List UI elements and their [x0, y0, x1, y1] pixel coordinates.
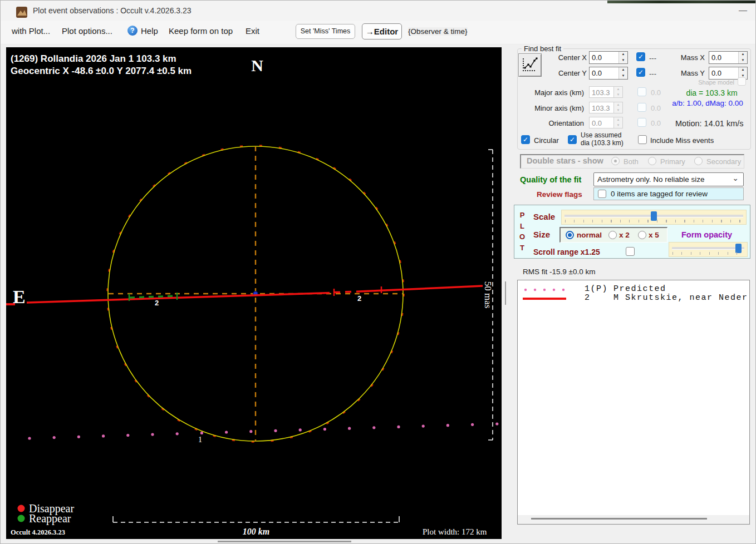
editor-button[interactable]: →Editor	[362, 23, 402, 39]
spin-down-icon[interactable]: ▼	[619, 58, 627, 64]
double-stars-both-label: Both	[624, 157, 639, 166]
include-miss-label: Include Miss events	[650, 136, 714, 145]
shape-model-label: Shape model	[685, 79, 734, 86]
double-stars-secondary-radio	[694, 157, 703, 165]
version-label: Occult 4.2026.3.23	[11, 528, 65, 536]
observer-list[interactable]: 1(P) Predicted 2 M Skrutskie, near Neder	[517, 280, 750, 525]
horizontal-scale-bar	[113, 516, 399, 522]
center-y-fit-checkbox[interactable]: ✓	[636, 68, 645, 77]
plot-header-2: Geocentric X -48.6 ±0.0 Y 2077.4 ±0.5 km	[11, 66, 192, 76]
find-best-fit-label: Find best fit	[522, 44, 563, 53]
menu-help[interactable]: Help	[141, 26, 158, 36]
scroll-range-label: Scroll range x1.25	[533, 248, 600, 256]
app-window: Plot event observations : Occult v.4.202…	[0, 0, 756, 544]
circular-checkbox[interactable]: ✓	[521, 135, 530, 144]
motion-text: Motion: 14.01 km/s	[675, 119, 744, 128]
form-opacity-slider[interactable]	[669, 242, 748, 257]
center-x-value[interactable]: 0.0	[590, 52, 618, 63]
observer-row-name[interactable]: M Skrutskie, near Neder	[613, 293, 748, 303]
check-icon: ✓	[570, 136, 575, 144]
reappear-dot	[18, 515, 25, 522]
mass-x-spinner[interactable]: 0.0 ▲▼	[709, 51, 748, 64]
vertical-scale-label: 50 mas	[483, 281, 493, 309]
app-icon	[16, 7, 27, 18]
spin-down-icon[interactable]: ▼	[739, 58, 747, 64]
spin-up-icon[interactable]: ▲	[739, 52, 747, 58]
double-stars-label: Double stars - show	[527, 156, 603, 165]
spin-up-icon[interactable]: ▲	[619, 52, 627, 58]
spin-down-icon: ▼	[614, 123, 622, 128]
north-label: N	[251, 56, 263, 75]
mass-x-value[interactable]: 0.0	[709, 52, 738, 63]
observed-line-sample	[522, 295, 567, 303]
chord-observer-2	[6, 286, 483, 304]
circular-label: Circular	[534, 136, 559, 145]
spin-down-icon: ▼	[614, 108, 622, 113]
spin-up-icon: ▲	[614, 117, 622, 123]
center-y-value[interactable]: 0.0	[590, 67, 618, 79]
scroll-range-checkbox[interactable]	[626, 247, 635, 256]
rms-label: RMS fit -15.9 ±0.0 km	[523, 268, 595, 276]
use-assumed-dia-checkbox[interactable]: ✓	[568, 135, 577, 144]
observer-row-num[interactable]: 2	[585, 293, 591, 303]
disappear-dot	[18, 505, 25, 512]
menu-keep-on-top[interactable]: Keep form on top	[169, 26, 233, 36]
minor-axis-uncert: 0.0	[651, 104, 661, 112]
plot-vertical-scrollbar[interactable]	[505, 281, 506, 305]
plot-header-1: (1269) Rollandia 2026 Jan 1 103.3 km	[11, 53, 176, 64]
observer-row-name[interactable]: Predicted	[613, 284, 666, 294]
review-flags-checkbox[interactable]	[598, 190, 606, 198]
predicted-path-dots	[28, 422, 498, 439]
size-normal-radio[interactable]	[566, 231, 574, 239]
set-miss-times-button[interactable]: Set 'Miss' Times	[296, 24, 355, 39]
menu-exit[interactable]: Exit	[246, 26, 259, 36]
center-x-label: Center X	[535, 53, 587, 62]
background-window-strip	[607, 1, 756, 3]
center-y-uncert: ---	[649, 70, 656, 78]
center-y-spinner[interactable]: 0.0 ▲▼	[589, 67, 628, 80]
size-x5-radio[interactable]	[638, 231, 646, 239]
disappear-uncertainty	[334, 291, 359, 293]
spin-up-icon[interactable]: ▲	[619, 67, 627, 73]
menu-plot-options[interactable]: Plot options...	[62, 26, 112, 36]
minimize-button[interactable]: —	[739, 5, 747, 14]
menu-with-plot[interactable]: with Plot...	[12, 26, 50, 36]
scale-label: Scale	[533, 212, 555, 221]
menu-bar: with Plot... Plot options... ? Help Keep…	[1, 21, 756, 44]
quality-dropdown[interactable]: Astrometry only. No reliable size ⌄	[593, 172, 744, 186]
chord-label-2-left: 2	[155, 299, 159, 307]
plot-panel-letters: P L O T	[519, 210, 525, 253]
ab-dmag-text: a/b: 1.00, dMag: 0.00	[666, 99, 749, 107]
chevron-down-icon: ⌄	[732, 174, 739, 182]
center-x-spinner[interactable]: 0.0 ▲▼	[589, 51, 628, 64]
shape-model-checkbox[interactable]	[738, 77, 746, 86]
spin-up-icon[interactable]: ▲	[739, 67, 747, 73]
plot-horizontal-scrollbar[interactable]	[218, 541, 351, 542]
mass-y-value[interactable]: 0.0	[709, 67, 738, 79]
size-label: Size	[533, 230, 550, 239]
include-miss-checkbox[interactable]	[638, 135, 647, 144]
mass-y-label: Mass Y	[671, 69, 705, 77]
double-stars-both-radio	[611, 157, 620, 165]
review-flags-label: Review flags	[537, 190, 582, 199]
list-hscroll-thumb[interactable]	[531, 518, 707, 520]
occultation-plot: (1269) Rollandia 2026 Jan 1 103.3 km Geo…	[6, 47, 502, 539]
scale-slider[interactable]	[561, 210, 747, 225]
center-x-uncert: ---	[649, 54, 656, 62]
minor-axis-value: 103.3	[590, 102, 613, 113]
major-axis-spinner: 103.3 ▲▼	[589, 86, 623, 98]
spin-down-icon[interactable]: ▼	[619, 73, 627, 80]
center-x-fit-checkbox[interactable]: ✓	[636, 52, 645, 61]
observer-row-num[interactable]: 1(P)	[585, 284, 608, 294]
predicted-line-sample	[522, 286, 567, 294]
plot-controls-panel: P L O T Scale Size normal x 2 x 5 Form o…	[514, 205, 750, 259]
mass-x-label: Mass X	[671, 53, 705, 62]
review-flags-text: 0 items are tagged for review	[611, 190, 708, 198]
size-x2-label: x 2	[619, 231, 630, 239]
window-title: Plot event observations : Occult v.4.202…	[33, 6, 192, 15]
list-hscroll-track[interactable]	[518, 515, 749, 524]
size-x2-radio[interactable]	[608, 231, 617, 239]
slider-groove	[672, 247, 744, 250]
plot-area[interactable]: (1269) Rollandia 2026 Jan 1 103.3 km Geo…	[6, 47, 502, 539]
help-icon: ?	[127, 26, 138, 36]
